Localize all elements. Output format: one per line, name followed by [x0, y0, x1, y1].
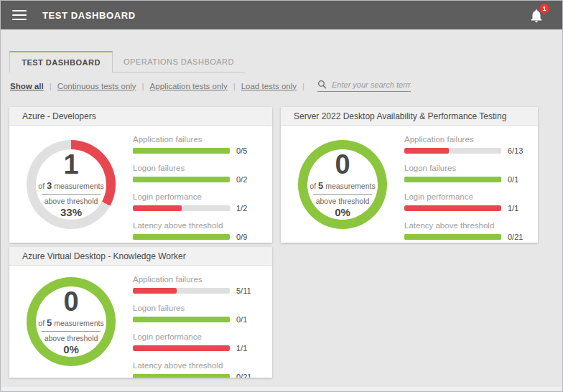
metric-bar — [404, 234, 501, 240]
donut-divider — [42, 194, 101, 195]
metric-row: Login performance 1/2 — [133, 192, 262, 213]
dashboard-tabs: TEST DASHBOARD OPERATIONS DASHBOARD — [9, 51, 245, 73]
donut-divider — [42, 331, 101, 332]
filter-separator: | — [50, 82, 52, 90]
metric-row: Logon failures 0/1 — [133, 304, 262, 324]
filter-application-tests[interactable]: Application tests only — [150, 82, 228, 90]
metric-row: Latency above threshold 0/9 — [133, 221, 262, 241]
metric-value: 0/5 — [236, 146, 247, 155]
donut-percent: 0% — [63, 343, 79, 355]
donut-total: 3 — [47, 180, 52, 191]
metric-bar — [133, 234, 230, 240]
donut-value: 0 — [335, 151, 350, 178]
filter-separator: | — [302, 82, 304, 90]
metric-row: Latency above threshold 0/21 — [404, 221, 528, 241]
donut-value: 1 — [63, 151, 78, 178]
metric-value: 6/13 — [508, 146, 523, 155]
notification-badge: 1 — [539, 4, 549, 14]
metric-label: Latency above threshold — [133, 361, 262, 370]
metric-row: Application failures 0/5 — [133, 135, 262, 155]
above-threshold-label: above threshold — [316, 197, 370, 205]
filter-continuous-tests[interactable]: Continuous tests only — [57, 82, 136, 90]
donut-percent: 0% — [335, 206, 350, 218]
of-label: of — [310, 182, 316, 190]
donut-ring: 0 of 5 measurements above threshold 0% — [298, 140, 387, 229]
measurements-label: measurements — [54, 319, 103, 327]
metric-bar — [404, 148, 501, 154]
metric-value: 1/2 — [236, 204, 247, 213]
tab-test-dashboard[interactable]: TEST DASHBOARD — [9, 51, 113, 73]
metric-label: Latency above threshold — [133, 221, 262, 230]
window-bottom-edge — [1, 387, 562, 391]
metric-label: Login performance — [404, 192, 528, 201]
filter-bar: Show all | Continuous tests only | Appli… — [10, 80, 411, 92]
metric-value: 0/21 — [236, 373, 251, 378]
metric-row: Login performance 1/1 — [133, 332, 262, 353]
filter-load-tests[interactable]: Load tests only — [241, 82, 297, 90]
measurements-label: measurements — [325, 182, 375, 190]
metric-row: Application failures 6/13 — [404, 135, 528, 155]
metric-bar — [133, 148, 230, 154]
card-avd-knowledge-worker[interactable]: Azure Virtual Desktop - Knowledge Worker… — [9, 247, 272, 378]
measurements-label: measurements — [54, 182, 103, 190]
metric-bar — [133, 345, 230, 351]
metric-label: Logon failures — [404, 164, 528, 172]
metric-label: Logon failures — [133, 164, 262, 172]
metric-value: 0/21 — [508, 233, 523, 241]
top-bar: TEST DASHBOARD 1 — [1, 1, 562, 29]
card-title: Azure Virtual Desktop - Knowledge Worker — [9, 247, 272, 266]
card-azure-developers[interactable]: Azure - Developers 1 of 3 measurements a… — [9, 107, 272, 243]
donut-ring: 0 of 5 measurements above threshold 0% — [27, 277, 116, 366]
donut-total: 5 — [47, 317, 52, 328]
metric-value: 1/1 — [236, 344, 247, 353]
metric-label: Latency above threshold — [404, 221, 528, 230]
metric-value: 1/1 — [508, 204, 518, 213]
app-title: TEST DASHBOARD — [42, 10, 136, 21]
card-server-2022[interactable]: Server 2022 Desktop Availability & Perfo… — [281, 107, 538, 243]
metric-row: Login performance 1/1 — [404, 192, 528, 213]
tab-operations-dashboard[interactable]: OPERATIONS DASHBOARD — [113, 51, 245, 73]
metric-bar — [133, 288, 230, 294]
metric-bar — [404, 205, 501, 211]
metric-label: Login performance — [133, 192, 262, 201]
metric-row: Latency above threshold 0/21 — [133, 361, 262, 378]
dashboard-cards: Azure - Developers 1 of 3 measurements a… — [9, 107, 538, 378]
donut-value: 0 — [63, 288, 78, 315]
donut-percent: 33% — [60, 206, 82, 218]
metric-bar — [133, 205, 230, 211]
metric-label: Application failures — [133, 275, 262, 284]
app-window: TEST DASHBOARD 1 TEST DASHBOARD OPERATIO… — [0, 0, 563, 392]
metric-label: Logon failures — [133, 304, 262, 312]
metric-value: 0/9 — [236, 233, 247, 241]
search-input[interactable] — [332, 80, 411, 89]
metric-value: 0/1 — [508, 175, 518, 184]
metric-value: 0/2 — [236, 175, 247, 184]
metric-bar — [133, 374, 230, 378]
filter-separator: | — [233, 82, 236, 90]
metric-label: Application failures — [404, 135, 528, 144]
card-title: Azure - Developers — [9, 107, 272, 126]
metric-bar — [133, 317, 230, 322]
donut-ring: 1 of 3 measurements above threshold 33% — [27, 140, 116, 229]
donut-divider — [313, 194, 372, 195]
metric-row: Logon failures 0/1 — [404, 164, 528, 184]
search-box — [317, 80, 411, 92]
filter-separator: | — [142, 82, 144, 90]
search-icon — [317, 80, 327, 89]
metric-bar — [404, 177, 501, 182]
donut-total: 5 — [318, 180, 323, 191]
above-threshold-label: above threshold — [45, 197, 98, 205]
metric-row: Application failures 5/11 — [133, 275, 262, 295]
metric-bar — [133, 177, 230, 182]
notifications-button[interactable]: 1 — [528, 6, 546, 24]
metric-value: 5/11 — [236, 286, 251, 295]
of-label: of — [38, 319, 45, 327]
metric-row: Logon failures 0/2 — [133, 164, 262, 184]
above-threshold-label: above threshold — [45, 334, 98, 342]
hamburger-menu-icon[interactable] — [12, 10, 27, 20]
card-title: Server 2022 Desktop Availability & Perfo… — [281, 107, 538, 126]
of-label: of — [38, 182, 45, 190]
filter-show-all[interactable]: Show all — [10, 82, 44, 90]
metric-label: Application failures — [133, 135, 262, 144]
metric-label: Login performance — [133, 332, 262, 341]
